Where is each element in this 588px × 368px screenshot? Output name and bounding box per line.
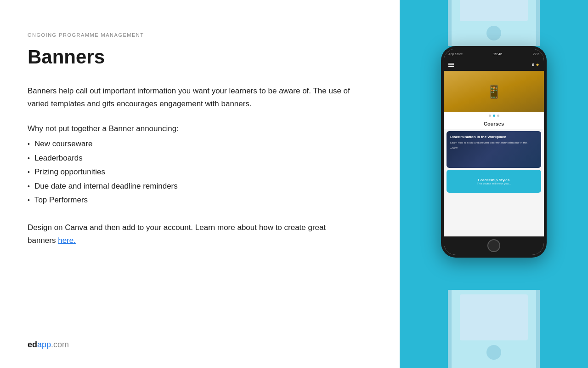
- phone-card-title-2: Leadership Styles: [477, 178, 511, 182]
- description: Banners help call out important informat…: [28, 85, 368, 110]
- bullet-list: New courseware Leaderboards Prizing oppo…: [28, 137, 372, 207]
- phone-courses-header: Courses: [444, 119, 544, 129]
- phone-bottom-partial: [448, 290, 540, 368]
- right-panel: App Store 19:46 27% 0 ★: [400, 0, 588, 368]
- subtitle: ONGOING PROGRAMME MANAGEMENT: [28, 32, 372, 38]
- footer-logo: edapp.com: [28, 340, 372, 350]
- phone-card-dark-text: Discrimination in the Workplace Learn ho…: [450, 135, 529, 150]
- dot-2: [493, 115, 495, 117]
- phone-home-button: [487, 239, 500, 252]
- logo-ed: ed: [28, 340, 37, 350]
- phone-top-partial: [448, 0, 540, 46]
- battery-label: 27%: [533, 52, 539, 56]
- phone-card-desc-1: Learn how to avoid and prevent discrimin…: [450, 141, 529, 144]
- phone-top-screen: [460, 0, 528, 21]
- phone-bottom-bar: [444, 236, 544, 255]
- list-item: Due date and internal deadline reminders: [28, 179, 372, 194]
- phone-main: App Store 19:46 27% 0 ★: [441, 46, 547, 258]
- hamburger-icon: [448, 63, 454, 67]
- phone-card-badge-1: ● NEW: [450, 147, 529, 150]
- phone-app-header: 0 ★: [444, 59, 544, 71]
- content-area: ONGOING PROGRAMME MANAGEMENT Banners Ban…: [28, 32, 372, 331]
- star-icon: ★: [536, 63, 539, 67]
- phone-statusbar: App Store 19:46 27%: [444, 49, 544, 59]
- phone-course-card-1: Discrimination in the Workplace Learn ho…: [447, 131, 541, 168]
- why-not-intro: Why not put together a Banner announcing…: [28, 124, 372, 133]
- dot-3: [497, 115, 499, 117]
- phone-statusbar-right: 27%: [533, 52, 539, 56]
- list-item: Top Performers: [28, 193, 372, 207]
- phone-card-title-1: Discrimination in the Workplace: [450, 135, 529, 139]
- phone-icon: 📱: [486, 84, 502, 99]
- phone-hero-hands: 📱: [444, 71, 544, 112]
- list-item: Leaderboards: [28, 151, 372, 166]
- design-text: Design on Canva and then add to your acc…: [28, 221, 340, 247]
- phone-statusbar-left: App Store: [448, 52, 463, 56]
- logo-app: app: [37, 340, 51, 350]
- phone-main-inner: App Store 19:46 27% 0 ★: [444, 49, 544, 255]
- phone-hero-image: 📱: [444, 71, 544, 112]
- logo-dotcom: .com: [51, 340, 69, 350]
- list-item: Prizing opportunities: [28, 165, 372, 179]
- phone-card-light-content: Leadership Styles This course will teach…: [477, 178, 511, 185]
- left-panel: ONGOING PROGRAMME MANAGEMENT Banners Ban…: [0, 0, 400, 368]
- main-title: Banners: [28, 46, 372, 68]
- points-label: 0: [532, 63, 534, 67]
- phone-course-card-2: Leadership Styles This course will teach…: [447, 170, 541, 193]
- dot-1: [489, 115, 491, 117]
- phone-carousel-dots: [444, 112, 544, 119]
- app-store-label: App Store: [448, 52, 463, 56]
- phone-top-button: [486, 26, 501, 40]
- phone-card-sub-2: This course will teach you...: [477, 182, 511, 185]
- phone-bottom-button: [486, 345, 501, 360]
- phone-bottom-screen: [460, 294, 528, 340]
- here-link[interactable]: here.: [58, 236, 76, 245]
- status-time: 19:46: [493, 52, 503, 56]
- list-item: New courseware: [28, 137, 372, 151]
